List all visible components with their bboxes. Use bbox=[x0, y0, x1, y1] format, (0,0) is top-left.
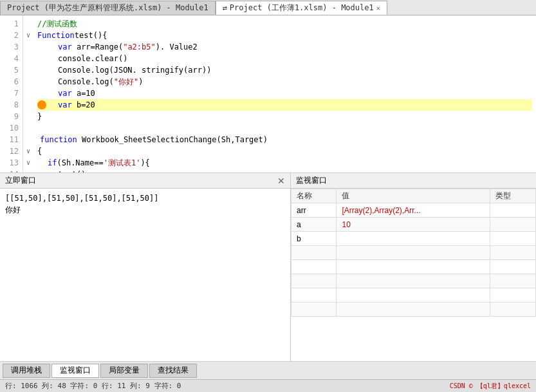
watch-row-b: b bbox=[291, 232, 536, 246]
code-line-2: Function test(){ bbox=[37, 30, 532, 41]
line-text: console.clear() bbox=[58, 53, 127, 64]
watch-value-b bbox=[337, 232, 490, 246]
immediate-window-close[interactable]: ✕ bbox=[277, 176, 285, 186]
code-line-8: var b=20 bbox=[37, 99, 532, 111]
line-text: var b=20 bbox=[58, 99, 95, 111]
tab-locals[interactable]: 局部变量 bbox=[100, 364, 148, 378]
tab-find-results[interactable]: 查找结果 bbox=[149, 364, 197, 378]
col-header-type: 类型 bbox=[490, 189, 536, 203]
watch-name-arr: arr bbox=[291, 203, 337, 218]
watch-table: 名称 值 类型 arr [Array(2),Array(2),Arr... a … bbox=[291, 189, 536, 361]
code-line-14: test() bbox=[37, 169, 532, 173]
code-line-3: var arr=Range("a2:b5"). Value2 bbox=[37, 41, 532, 53]
code-content[interactable]: //测试函数 Function test(){ var arr=Range("a… bbox=[33, 15, 536, 173]
tab-label: Project (甲为芯生产原料管理系统.xlsm) - Module1 bbox=[7, 3, 208, 14]
line-text2: test(){ bbox=[75, 30, 107, 41]
tab-bar: Project (甲为芯生产原料管理系统.xlsm) - Module1 ⇄ P… bbox=[0, 0, 536, 15]
line-text: var arr=Range("a2:b5"). Value2 bbox=[58, 41, 198, 53]
tab-icon: ⇄ bbox=[223, 3, 227, 12]
immediate-output-line1: [[51,50],[51,50],[51,50],[51,50]] bbox=[5, 192, 285, 204]
tab-locals-label: 局部变量 bbox=[109, 365, 140, 376]
immediate-output-line2: 你好 bbox=[5, 204, 285, 216]
watch-type-a bbox=[490, 218, 536, 232]
code-line-11: function Workbook_SheetSelectionChange(S… bbox=[37, 134, 532, 145]
tab-label: Project (工作薄1.xlsm) - Module1 bbox=[230, 3, 374, 14]
line-text: Console.log(JSON. stringify(arr)) bbox=[58, 64, 211, 76]
watch-value-empty2 bbox=[337, 260, 490, 274]
code-line-9: } bbox=[37, 111, 532, 122]
watch-row-empty3 bbox=[291, 274, 536, 288]
line-text: } bbox=[37, 111, 42, 122]
code-line-6: Console.log("你好") bbox=[37, 76, 532, 88]
tab-call-stack[interactable]: 调用堆栈 bbox=[3, 364, 50, 378]
watch-row-empty4 bbox=[291, 288, 536, 303]
tab-module1-active[interactable]: ⇄ Project (工作薄1.xlsm) - Module1 ✕ bbox=[216, 1, 387, 15]
tab-watch-window-label: 监视窗口 bbox=[60, 365, 91, 376]
watch-name-b: b bbox=[291, 232, 337, 246]
breakpoint-dot bbox=[37, 100, 46, 109]
line-text: function Workbook_SheetSelectionChange(S… bbox=[37, 134, 268, 145]
watch-window-title: 监视窗口 bbox=[296, 175, 327, 186]
bottom-area: 立即窗口 ✕ [[51,50],[51,50],[51,50],[51,50]]… bbox=[0, 173, 536, 361]
bottom-tab-strip: 调用堆栈 监视窗口 局部变量 查找结果 bbox=[0, 361, 536, 379]
tab-watch-window[interactable]: 监视窗口 bbox=[51, 364, 99, 378]
line-numbers: 1 2 3 4 5 6 7 8 9 10 11 12 13 14 bbox=[0, 15, 23, 173]
watch-row-arr: arr [Array(2),Array(2),Arr... bbox=[291, 203, 536, 218]
watch-row-empty5 bbox=[291, 303, 536, 317]
line-text: Function bbox=[37, 30, 75, 41]
code-line-7: var a=10 bbox=[37, 88, 532, 99]
watch-type-empty bbox=[490, 246, 536, 260]
code-line-10 bbox=[37, 122, 532, 134]
watch-window: 监视窗口 名称 值 类型 arr [Array(2),Array(2),Arr.… bbox=[291, 173, 536, 361]
watch-value-arr: [Array(2),Array(2),Arr... bbox=[337, 203, 490, 218]
watch-type-b bbox=[490, 232, 536, 246]
tab-call-stack-label: 调用堆栈 bbox=[11, 365, 42, 376]
watch-value-a: 10 bbox=[337, 218, 490, 232]
line-text: if(Sh.Name=='测试表1'){ bbox=[48, 157, 150, 169]
watch-row-empty2 bbox=[291, 260, 536, 274]
watch-window-header: 监视窗口 bbox=[291, 173, 536, 189]
code-line-1: //测试函数 bbox=[37, 18, 532, 30]
code-line-5: Console.log(JSON. stringify(arr)) bbox=[37, 64, 532, 76]
status-left: 行: 1066 列: 48 字符: 0 行: 11 列: 9 字符: 0 bbox=[5, 381, 181, 391]
line-text: //测试函数 bbox=[37, 18, 77, 30]
line-text: test() bbox=[58, 169, 86, 173]
col-header-value: 值 bbox=[337, 189, 490, 203]
line-text: Console.log("你好") bbox=[58, 76, 143, 88]
code-line-4: console.clear() bbox=[37, 53, 532, 64]
col-header-name: 名称 bbox=[291, 189, 337, 203]
watch-type-empty2 bbox=[490, 260, 536, 274]
code-line-12: { bbox=[37, 145, 532, 157]
watch-name-empty bbox=[291, 246, 337, 260]
fold-arrows: ∨ ∨ ∨ bbox=[23, 15, 33, 173]
immediate-window-content[interactable]: [[51,50],[51,50],[51,50],[51,50]] 你好 bbox=[0, 189, 290, 361]
code-editor: 1 2 3 4 5 6 7 8 9 10 11 12 13 14 ∨ ∨ ∨ /… bbox=[0, 15, 536, 173]
immediate-window: 立即窗口 ✕ [[51,50],[51,50],[51,50],[51,50]]… bbox=[0, 173, 291, 361]
line-text bbox=[37, 122, 42, 134]
immediate-window-header: 立即窗口 ✕ bbox=[0, 173, 290, 189]
watch-value-empty bbox=[337, 246, 490, 260]
tab-module1-old[interactable]: Project (甲为芯生产原料管理系统.xlsm) - Module1 bbox=[0, 1, 216, 15]
watch-name-empty2 bbox=[291, 260, 337, 274]
watch-row-a: a 10 bbox=[291, 218, 536, 232]
tab-close-icon[interactable]: ✕ bbox=[376, 5, 380, 12]
status-right: CSDN © 【ql君】qlexcel bbox=[450, 382, 531, 391]
line-text: var a=10 bbox=[58, 88, 95, 99]
watch-row-empty bbox=[291, 246, 536, 260]
immediate-window-title: 立即窗口 bbox=[5, 175, 36, 186]
code-line-13: if(Sh.Name=='测试表1'){ bbox=[37, 157, 532, 169]
tab-find-results-label: 查找结果 bbox=[158, 365, 189, 376]
status-bar: 行: 1066 列: 48 字符: 0 行: 11 列: 9 字符: 0 CSD… bbox=[0, 379, 536, 392]
watch-name-a: a bbox=[291, 218, 337, 232]
watch-type-arr bbox=[490, 203, 536, 218]
line-text: { bbox=[37, 145, 42, 157]
